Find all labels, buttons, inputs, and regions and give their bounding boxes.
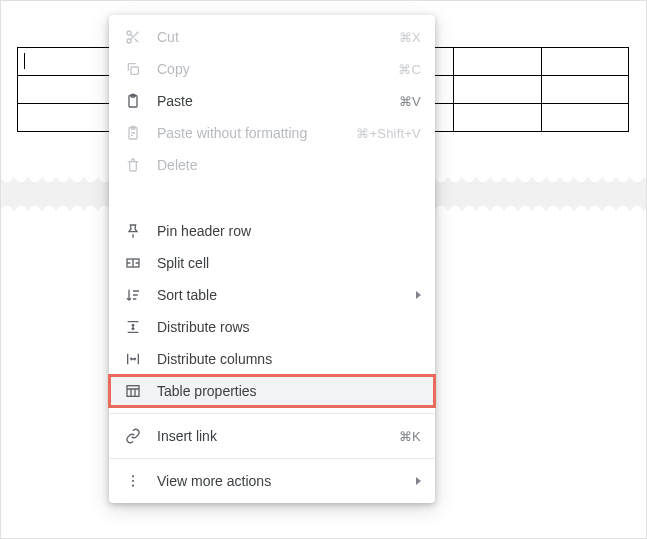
- text-cursor: [24, 53, 25, 69]
- table-icon: [123, 381, 143, 401]
- svg-point-0: [127, 31, 131, 35]
- svg-point-11: [132, 485, 134, 487]
- menu-label: Distribute rows: [157, 319, 421, 335]
- table-cell[interactable]: [454, 48, 542, 76]
- table-cell[interactable]: [541, 48, 629, 76]
- menu-item-table-properties[interactable]: Table properties: [109, 375, 435, 407]
- trash-icon: [123, 155, 143, 175]
- menu-item-distribute-rows[interactable]: Distribute rows: [109, 311, 435, 343]
- svg-point-1: [127, 39, 131, 43]
- menu-item-sort-table[interactable]: Sort table: [109, 279, 435, 311]
- table-cell[interactable]: [454, 104, 542, 132]
- menu-label: Cut: [157, 29, 399, 45]
- menu-item-paste-plain[interactable]: Paste without formatting ⌘+Shift+V: [109, 117, 435, 149]
- menu-label: Sort table: [157, 287, 416, 303]
- menu-item-insert-link[interactable]: Insert link ⌘K: [109, 420, 435, 452]
- menu-shortcut: ⌘C: [398, 62, 421, 77]
- menu-item-paste[interactable]: Paste ⌘V: [109, 85, 435, 117]
- context-menu: Cut ⌘X Copy ⌘C Paste ⌘V Paste without fo…: [109, 15, 435, 503]
- table-cell[interactable]: [18, 76, 118, 104]
- copy-icon: [123, 59, 143, 79]
- menu-item-distribute-columns[interactable]: Distribute columns: [109, 343, 435, 375]
- menu-item-delete[interactable]: Delete: [109, 149, 435, 181]
- sort-icon: [123, 285, 143, 305]
- menu-label: Copy: [157, 61, 398, 77]
- menu-shortcut: ⌘X: [399, 30, 421, 45]
- table-cell[interactable]: [541, 104, 629, 132]
- menu-item-view-more[interactable]: View more actions: [109, 465, 435, 497]
- menu-label: Paste without formatting: [157, 125, 356, 141]
- menu-label: Table properties: [157, 383, 421, 399]
- split-cell-icon: [123, 253, 143, 273]
- menu-label: Delete: [157, 157, 421, 173]
- table-cell[interactable]: [541, 76, 629, 104]
- scissors-icon: [123, 27, 143, 47]
- table-cell[interactable]: [18, 104, 118, 132]
- clipboard-plain-icon: [123, 123, 143, 143]
- svg-point-10: [132, 480, 134, 482]
- link-icon: [123, 426, 143, 446]
- menu-label: Insert link: [157, 428, 399, 444]
- menu-item-copy[interactable]: Copy ⌘C: [109, 53, 435, 85]
- menu-item-split-cell[interactable]: Split cell: [109, 247, 435, 279]
- table-cell[interactable]: [454, 76, 542, 104]
- menu-separator: [109, 413, 435, 414]
- menu-label: Split cell: [157, 255, 421, 271]
- menu-shortcut: ⌘+Shift+V: [356, 126, 421, 141]
- menu-gap: [109, 181, 435, 215]
- svg-rect-8: [127, 386, 139, 397]
- more-vertical-icon: [123, 471, 143, 491]
- menu-label: View more actions: [157, 473, 416, 489]
- menu-separator: [109, 458, 435, 459]
- menu-label: Paste: [157, 93, 399, 109]
- table-cell[interactable]: [18, 48, 118, 76]
- clipboard-icon: [123, 91, 143, 111]
- menu-shortcut: ⌘K: [399, 429, 421, 444]
- svg-rect-2: [131, 67, 138, 74]
- svg-point-9: [132, 475, 134, 477]
- distribute-columns-icon: [123, 349, 143, 369]
- menu-item-pin-header[interactable]: Pin header row: [109, 215, 435, 247]
- pin-icon: [123, 221, 143, 241]
- menu-shortcut: ⌘V: [399, 94, 421, 109]
- menu-label: Distribute columns: [157, 351, 421, 367]
- submenu-arrow-icon: [416, 291, 421, 299]
- distribute-rows-icon: [123, 317, 143, 337]
- menu-item-cut[interactable]: Cut ⌘X: [109, 21, 435, 53]
- menu-label: Pin header row: [157, 223, 421, 239]
- submenu-arrow-icon: [416, 477, 421, 485]
